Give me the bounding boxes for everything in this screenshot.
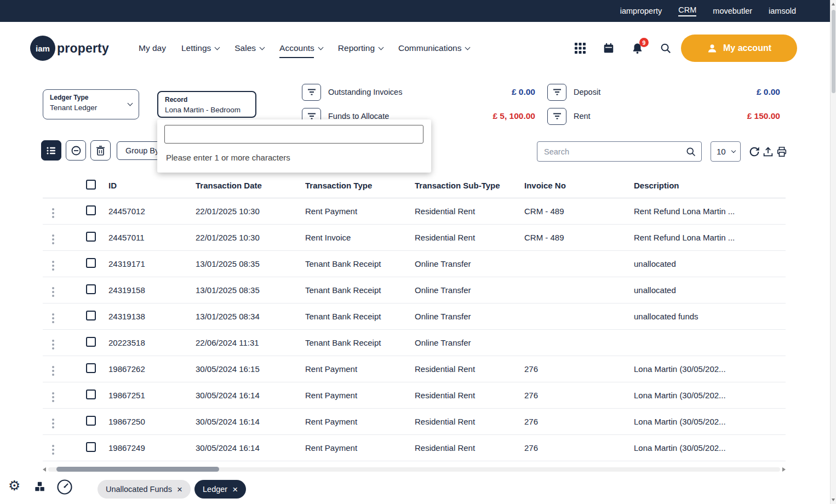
row-menu-icon[interactable] (50, 390, 56, 404)
topbar-link-movebutler[interactable]: movebutler (713, 7, 752, 15)
gauge-icon[interactable] (56, 479, 73, 497)
header-icon-group: 9 (573, 22, 673, 75)
row-checkbox[interactable] (86, 416, 96, 426)
row-checkbox[interactable] (86, 390, 96, 399)
my-account-button[interactable]: My account (681, 35, 797, 62)
cell-id: 19867262 (108, 364, 196, 374)
horizontal-scroll-thumb[interactable] (56, 467, 219, 472)
tab-ledger[interactable]: Ledger × (194, 480, 246, 499)
cell-invoice-no: 276 (524, 417, 634, 426)
row-menu-icon[interactable] (50, 259, 56, 273)
apps-grid-icon[interactable] (573, 41, 587, 55)
table-row[interactable]: 19867262 30/05/2024 16:15 Rent Payment R… (43, 356, 786, 382)
table-row[interactable]: 24457011 22/01/2025 10:30 Rent Invoice R… (43, 225, 786, 251)
column-header-id[interactable]: ID (108, 181, 196, 190)
horizontal-scrollbar[interactable] (43, 466, 786, 473)
cubes-icon[interactable] (34, 481, 46, 495)
record-combobox[interactable]: Record Lona Martin - Bedroom (157, 91, 256, 118)
record-search-input[interactable] (164, 125, 423, 144)
cell-transaction-date: 13/01/2025 08:34 (196, 312, 305, 321)
cell-transaction-date: 22/06/2024 11:31 (196, 338, 305, 347)
table-row[interactable]: 24319158 13/01/2025 08:35 Tenant Bank Re… (43, 277, 786, 303)
cell-transaction-date: 30/05/2024 16:14 (196, 391, 305, 400)
nav-reporting[interactable]: Reporting (338, 43, 383, 53)
row-menu-icon[interactable] (50, 285, 56, 299)
export-icon[interactable] (762, 146, 774, 158)
delete-button[interactable] (90, 140, 111, 161)
table-search (537, 141, 702, 162)
search-icon[interactable] (685, 146, 696, 157)
table-search-input[interactable] (537, 142, 701, 161)
row-menu-icon[interactable] (50, 337, 56, 352)
table-row[interactable]: 19867249 30/05/2024 16:14 Rent Payment R… (43, 435, 786, 461)
select-all-checkbox[interactable] (86, 180, 96, 190)
close-icon[interactable]: × (232, 485, 238, 494)
scroll-right-arrow[interactable] (782, 467, 786, 472)
row-checkbox[interactable] (86, 337, 96, 347)
column-header-transaction-type[interactable]: Transaction Type (305, 181, 415, 190)
cell-transaction-type: Rent Invoice (305, 233, 415, 242)
tab-unallocated-funds[interactable]: Unallocated Funds × (98, 480, 191, 499)
vertical-scrollbar[interactable] (830, 0, 836, 504)
logo-iam-circle: iam (30, 36, 55, 61)
page-size-select[interactable]: 10 (711, 141, 741, 162)
row-checkbox[interactable] (86, 311, 96, 320)
row-checkbox[interactable] (86, 232, 96, 242)
row-checkbox[interactable] (86, 284, 96, 294)
filter-icon[interactable] (302, 84, 321, 101)
row-checkbox[interactable] (86, 258, 96, 268)
print-icon[interactable] (776, 146, 788, 158)
chevron-down-icon (465, 44, 471, 50)
table-row[interactable]: 24319138 13/01/2025 08:34 Tenant Bank Re… (43, 303, 786, 330)
table-row[interactable]: 24457012 22/01/2025 10:30 Rent Payment R… (43, 198, 786, 225)
table-row[interactable]: 19867250 30/05/2024 16:14 Rent Payment R… (43, 409, 786, 435)
logo-wordmark: property (57, 41, 109, 56)
cell-transaction-sub-type: Online Transfer (415, 312, 524, 321)
nav-my-day[interactable]: My day (139, 43, 166, 53)
notifications-bell-icon[interactable]: 9 (630, 41, 644, 55)
refresh-icon[interactable] (748, 146, 760, 158)
table-row[interactable]: 24319171 13/01/2025 08:35 Tenant Bank Re… (43, 251, 786, 277)
row-menu-icon[interactable] (50, 206, 56, 220)
close-icon[interactable]: × (177, 485, 182, 494)
cell-transaction-date: 30/05/2024 16:14 (196, 417, 305, 426)
main-navigation: My day Lettings Sales Accounts Reporting… (139, 22, 469, 75)
cell-transaction-date: 13/01/2025 08:35 (196, 259, 305, 268)
filter-icon[interactable] (547, 108, 566, 125)
gear-icon[interactable]: ⚙ (8, 479, 20, 492)
vertical-scroll-thumb[interactable] (832, 10, 835, 93)
row-checkbox[interactable] (86, 363, 96, 373)
list-view-button[interactable] (41, 140, 61, 161)
row-menu-icon[interactable] (50, 311, 56, 325)
row-menu-icon[interactable] (50, 443, 56, 457)
filter-icon[interactable] (547, 84, 566, 101)
topbar-link-iamproperty[interactable]: iamproperty (620, 7, 662, 15)
scroll-up-arrow[interactable] (832, 3, 835, 5)
column-header-transaction-sub-type[interactable]: Transaction Sub-Type (415, 181, 524, 190)
column-header-invoice-no[interactable]: Invoice No (524, 181, 634, 190)
nav-sales[interactable]: Sales (234, 43, 264, 53)
row-checkbox[interactable] (86, 205, 96, 215)
column-header-description[interactable]: Description (634, 181, 786, 190)
row-checkbox[interactable] (86, 442, 96, 452)
scroll-left-arrow[interactable] (43, 467, 46, 472)
row-menu-icon[interactable] (50, 364, 56, 378)
iamproperty-logo[interactable]: iam property (30, 22, 109, 75)
cell-transaction-sub-type: Online Transfer (415, 338, 524, 347)
table-row[interactable]: 19867251 30/05/2024 16:14 Rent Payment R… (43, 382, 786, 409)
nav-lettings[interactable]: Lettings (181, 43, 219, 53)
column-header-transaction-date[interactable]: Transaction Date (196, 181, 305, 190)
search-icon[interactable] (659, 41, 673, 55)
topbar-link-iamsold[interactable]: iamsold (769, 7, 796, 15)
nav-accounts[interactable]: Accounts (279, 43, 323, 53)
row-menu-icon[interactable] (50, 232, 56, 247)
ledger-type-select[interactable]: Ledger Type Tenant Ledger (43, 89, 139, 119)
exclude-button[interactable] (66, 140, 86, 161)
row-menu-icon[interactable] (50, 416, 56, 431)
calendar-icon[interactable] (602, 41, 616, 55)
topbar-link-crm[interactable]: CRM (678, 5, 696, 16)
scroll-down-arrow[interactable] (832, 499, 835, 501)
table-row[interactable]: 20223518 22/06/2024 11:31 Tenant Bank Re… (43, 330, 786, 356)
nav-communications[interactable]: Communications (398, 43, 469, 53)
cell-invoice-no: 276 (524, 443, 634, 453)
